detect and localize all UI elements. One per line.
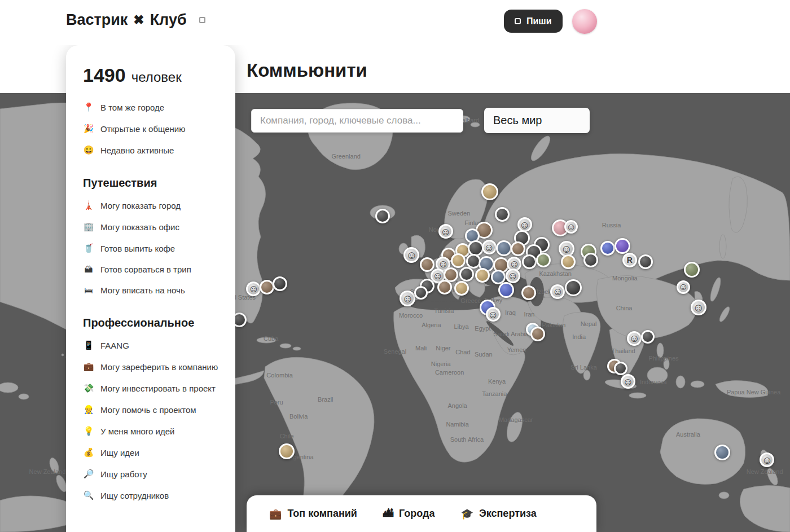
map-avatar-marker[interactable] — [600, 241, 615, 256]
map-avatar-marker[interactable]: ☺ — [550, 284, 565, 299]
map-avatar-marker[interactable] — [273, 276, 287, 291]
filter-label: Могу помочь с проектом — [100, 405, 196, 415]
filter-item[interactable]: 🔍Ищу сотрудников — [83, 485, 222, 506]
map-avatar-marker[interactable] — [454, 281, 469, 296]
logo-x-icon: ✖ — [133, 12, 144, 28]
filter-icon: 👷 — [83, 405, 94, 415]
member-count-number: 1490 — [83, 64, 126, 86]
bottom-tab-label: Топ компаний — [287, 508, 357, 520]
filter-label: Могу вписать на ночь — [100, 285, 185, 295]
filter-item[interactable]: 👷Могу помочь с проектом — [83, 399, 222, 420]
filter-item[interactable]: 🎉Открытые к общению — [83, 118, 222, 139]
filter-item[interactable]: 💼Могу зареферить в компанию — [83, 356, 222, 377]
map-avatar-marker[interactable]: ☺ — [691, 300, 706, 315]
map-avatar-marker[interactable]: ☺ — [760, 452, 774, 467]
filter-label: Готов сорваться в трип — [100, 265, 191, 274]
map-avatar-marker[interactable]: ☺ — [400, 291, 415, 306]
filter-label: Ищу сотрудников — [100, 491, 169, 500]
filters-sidebar: 1490 человек 📍В том же городе🎉Открытые к… — [66, 45, 235, 532]
page-title: Коммьюнити — [247, 60, 367, 81]
map-avatar-marker[interactable]: ☺ — [403, 247, 419, 263]
map-avatar-marker[interactable] — [536, 253, 551, 267]
filter-item[interactable]: 🥤Готов выпить кофе — [83, 238, 222, 259]
map-avatar-marker[interactable] — [641, 330, 655, 344]
bottom-tab-2[interactable]: 🎓Экспертиза — [460, 508, 536, 520]
map-avatar-marker[interactable]: ☺ — [438, 224, 453, 239]
map-avatar-marker[interactable] — [459, 267, 474, 282]
map-avatar-marker[interactable] — [496, 240, 512, 256]
map-avatar-marker[interactable] — [684, 262, 700, 278]
filter-label: Ищу работу — [100, 469, 147, 479]
map-avatar-marker[interactable] — [615, 238, 630, 254]
bottom-tab-1[interactable]: 🏙Города — [383, 508, 435, 520]
logo-text-left: Вастрик — [66, 11, 128, 29]
map-avatar-marker[interactable] — [714, 445, 730, 460]
filter-label: Могу показать офис — [100, 222, 179, 232]
member-count-label: человек — [131, 69, 182, 85]
map-avatar-marker[interactable]: ☺ — [486, 307, 501, 322]
logo[interactable]: Вастрик ✖ Клуб — [66, 11, 205, 29]
map-avatar-marker[interactable] — [437, 280, 452, 294]
map-avatar-marker[interactable]: ☺ — [246, 282, 261, 296]
map-avatar-marker[interactable] — [475, 268, 490, 283]
filter-item[interactable]: 😀Недавно активные — [83, 139, 222, 161]
filter-item[interactable]: 📱FAANG — [83, 335, 222, 356]
filter-icon: 🛏 — [83, 285, 94, 295]
map-avatar-marker[interactable] — [468, 240, 484, 256]
write-button-label: Пиши — [526, 16, 552, 27]
filter-item[interactable]: 🏢Могу показать офис — [83, 216, 222, 238]
filter-item[interactable]: 🛏Могу вписать на ночь — [83, 280, 222, 301]
filter-label: Могу показать город — [100, 201, 181, 210]
map-avatar-marker[interactable] — [638, 254, 653, 269]
map-avatar-marker[interactable] — [511, 241, 525, 256]
map-avatar-marker[interactable] — [414, 286, 428, 300]
map-avatar-marker[interactable] — [375, 209, 390, 223]
bottom-tab-0[interactable]: 💼Топ компаний — [269, 508, 357, 520]
bottom-tab-icon: 💼 — [269, 508, 282, 520]
map-avatar-marker[interactable]: ☺ — [506, 269, 520, 283]
map-avatar-marker[interactable] — [495, 207, 510, 222]
map-avatar-marker[interactable] — [481, 183, 498, 200]
map-avatar-marker[interactable] — [522, 254, 537, 269]
map-avatar-marker[interactable] — [561, 254, 576, 269]
bottom-panel: 💼Топ компаний🏙Города🎓Экспертиза — [247, 495, 596, 532]
filter-label: Могу инвестировать в проект — [100, 384, 216, 393]
filter-icon: 🎉 — [83, 124, 94, 134]
map-avatar-marker[interactable] — [521, 285, 536, 300]
filter-label: В том же городе — [100, 103, 164, 112]
filter-icon: 📍 — [83, 102, 94, 112]
map-avatar-marker[interactable]: ☺ — [564, 220, 578, 234]
filter-item[interactable]: 💸Могу инвестировать в проект — [83, 377, 222, 399]
map-avatar-marker[interactable] — [565, 279, 582, 296]
filter-icon: 💸 — [83, 383, 94, 393]
member-count: 1490 человек — [83, 64, 222, 86]
map-avatar-marker[interactable] — [451, 253, 466, 268]
filter-item[interactable]: 💰Ищу идеи — [83, 442, 222, 463]
map-avatar-marker[interactable] — [466, 254, 481, 269]
map-avatar-marker[interactable]: ☺ — [482, 240, 497, 254]
map-avatar-marker[interactable] — [614, 362, 627, 375]
sidebar-section-title: Профессиональное — [83, 316, 222, 329]
map-avatar-marker[interactable]: R — [622, 253, 637, 267]
region-selector[interactable]: Весь мир — [484, 108, 590, 133]
filter-label: Недавно активные — [100, 146, 174, 155]
map-avatar-marker[interactable] — [530, 327, 545, 341]
filter-icon: 🥤 — [83, 243, 94, 253]
filter-item[interactable]: 📍В том же городе — [83, 96, 222, 118]
filter-item[interactable]: 🏔Готов сорваться в трип — [83, 259, 222, 280]
search-input[interactable] — [251, 109, 463, 133]
map-avatar-marker[interactable] — [498, 282, 514, 298]
filter-item[interactable]: 🔎Ищу работу — [83, 463, 222, 485]
map-avatar-marker[interactable] — [583, 253, 598, 267]
sidebar-section-title: Путешествия — [83, 177, 222, 190]
map-avatar-marker[interactable]: ☺ — [627, 331, 642, 346]
filter-item[interactable]: 💡У меня много идей — [83, 420, 222, 442]
user-avatar[interactable] — [572, 9, 597, 34]
map-avatar-marker[interactable] — [279, 443, 295, 459]
filter-icon: 😀 — [83, 145, 94, 155]
map-avatar-marker[interactable]: ☺ — [677, 280, 690, 294]
write-button[interactable]: Пиши — [504, 10, 563, 33]
map-avatar-marker[interactable]: ☺ — [621, 374, 635, 389]
filter-item[interactable]: 🗼Могу показать город — [83, 195, 222, 216]
filter-label: Ищу идеи — [100, 448, 139, 458]
